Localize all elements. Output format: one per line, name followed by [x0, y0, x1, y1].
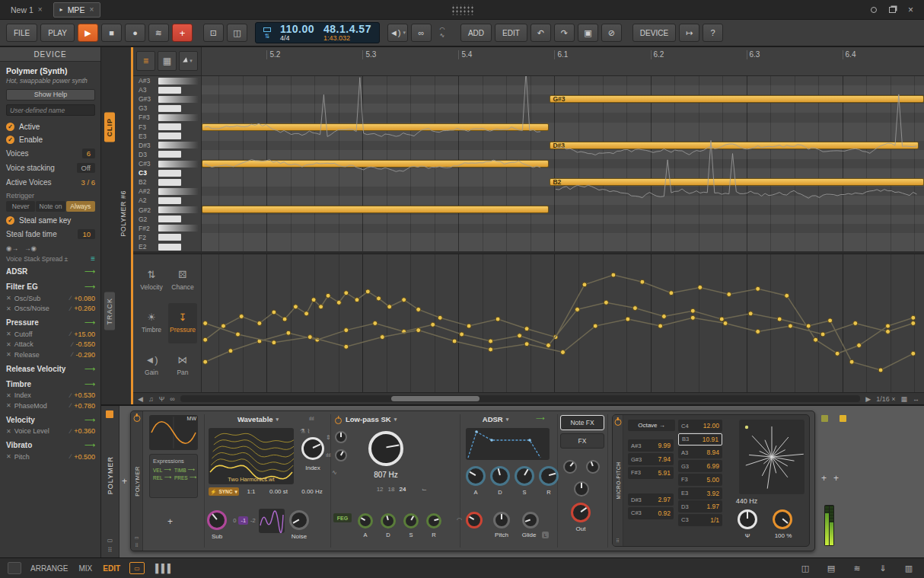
device-slot-swatch[interactable]	[821, 415, 828, 422]
mod-route-icon[interactable]: ⟶	[84, 441, 95, 449]
zoom-fit-icon[interactable]: ▦	[900, 395, 907, 403]
pressure-point[interactable]	[611, 273, 616, 277]
feg-knob-A[interactable]	[358, 513, 373, 529]
undo-button[interactable]: ↶	[531, 24, 551, 42]
pressure-point[interactable]	[518, 334, 522, 338]
pressure-point[interactable]	[373, 321, 378, 326]
note[interactable]	[202, 160, 549, 168]
grip-icon[interactable]: ⠿	[616, 538, 619, 543]
mixer-toggle-icon[interactable]: ▐▐▐	[154, 562, 169, 574]
pitch-cell[interactable]: C31/1	[678, 514, 722, 526]
pitch-value[interactable]: 0.92	[658, 509, 671, 517]
sub-knob[interactable]	[207, 510, 227, 530]
env-knob-A[interactable]	[466, 466, 486, 486]
mod-route-icon[interactable]: ⟶	[84, 416, 95, 424]
cancel-button[interactable]: ⊘	[601, 24, 622, 42]
remove-icon[interactable]: ✕	[6, 341, 11, 348]
feg-knob-S[interactable]	[403, 513, 419, 529]
feg-knob-R[interactable]	[426, 513, 441, 529]
detune-star-display[interactable]	[739, 420, 805, 494]
pitch-value[interactable]: 9.99	[658, 442, 671, 449]
mod-route-icon[interactable]: ⟶	[84, 365, 95, 373]
device-track-strip[interactable]: POLYMER ▭ ⠿	[101, 406, 119, 557]
mpe-icon[interactable]: Ψ	[734, 532, 760, 539]
fx-tab[interactable]: FX	[560, 433, 604, 449]
mod-amount-value[interactable]: +0.530	[74, 391, 95, 399]
play-button[interactable]: ▶	[78, 24, 98, 42]
pitch-cell[interactable]: A#39.99	[628, 439, 674, 452]
track-tab[interactable]: TRACK	[104, 292, 115, 331]
property-value[interactable]: 3 / 6	[81, 178, 96, 187]
check-icon[interactable]: ✓	[6, 136, 14, 144]
pressure-point[interactable]	[282, 317, 287, 321]
spread-knob[interactable]	[574, 481, 589, 497]
mod-amount-value[interactable]: +0.080	[74, 295, 95, 302]
pressure-point[interactable]	[828, 318, 833, 323]
ref-pitch-knob[interactable]	[738, 509, 757, 529]
status-icon[interactable]: ≋	[849, 562, 865, 574]
pressure-point[interactable]	[835, 351, 840, 356]
pressure-point[interactable]	[315, 337, 320, 342]
pressure-depth-knob[interactable]	[586, 460, 600, 474]
lfo-display[interactable]	[259, 509, 285, 533]
pitch-cell[interactable]: G36.99	[678, 460, 722, 472]
close-icon[interactable]: ×	[38, 5, 43, 14]
clip-tab[interactable]: CLIP	[104, 113, 115, 142]
filter-drive-knob[interactable]	[335, 431, 347, 443]
pressure-point[interactable]	[221, 324, 226, 328]
piano-key[interactable]: A#3	[133, 76, 201, 85]
pressure-point[interactable]	[853, 321, 858, 326]
retrigger-out-icon[interactable]: →◉	[24, 244, 37, 252]
view-button-arrange[interactable]: ARRANGE	[30, 564, 68, 573]
pitch-cell[interactable]: C#30.92	[628, 507, 674, 519]
index-knob[interactable]	[301, 437, 324, 460]
pressure-point[interactable]	[604, 300, 608, 305]
pressure-point[interactable]	[365, 289, 370, 294]
mod-amount-value[interactable]: +0.360	[74, 427, 95, 435]
glide-knob[interactable]	[522, 512, 539, 529]
pitch-value[interactable]: 5.91	[658, 469, 671, 477]
pitch-cell[interactable]: D#32.97	[628, 493, 674, 506]
redo-button[interactable]: ↷	[554, 24, 575, 42]
time-signature[interactable]: 4/4	[280, 34, 314, 42]
expressions-box[interactable]: Expressions VEL⟶TIMB⟶REL⟶PRES⟶	[149, 454, 198, 498]
retrigger-option[interactable]: Note on	[36, 201, 65, 212]
pressure-point[interactable]	[593, 324, 597, 328]
pressure-point[interactable]	[257, 321, 262, 326]
cutoff-knob[interactable]	[368, 431, 403, 466]
pressure-point[interactable]	[344, 291, 349, 295]
expression-button-pan[interactable]: ⋈Pan	[168, 346, 197, 386]
edit-menu-button[interactable]: EDIT	[495, 24, 527, 42]
forward-icon[interactable]: ▶	[865, 395, 871, 403]
remove-icon[interactable]: ✕	[6, 295, 11, 302]
pressure-point[interactable]	[416, 307, 421, 311]
grid-view-button[interactable]: ▦	[158, 51, 177, 71]
piano-key[interactable]: B2	[133, 177, 201, 187]
piano-key[interactable]: C3	[133, 168, 201, 177]
check-icon[interactable]: ✓	[6, 216, 14, 225]
note-fx-tab[interactable]: Note FX	[560, 415, 604, 430]
pressure-point[interactable]	[355, 298, 359, 302]
pressure-point[interactable]	[467, 324, 471, 328]
tempo-value[interactable]: 110.00	[280, 24, 314, 34]
polymer-device[interactable]: POLYMER ▭ ⠿	[130, 410, 815, 551]
expression-slot[interactable]: TIMB⟶	[174, 467, 196, 473]
pressure-point[interactable]	[203, 321, 208, 326]
pitch-knob[interactable]	[493, 512, 510, 529]
pressure-point[interactable]	[489, 339, 493, 343]
cutoff-value[interactable]: 807 Hz	[359, 471, 413, 479]
mod-slider-icon[interactable]: ∕	[72, 341, 72, 348]
pitch-value[interactable]: 12.00	[703, 422, 719, 430]
status-icon[interactable]: ▤	[824, 562, 839, 574]
pressure-point[interactable]	[814, 337, 818, 342]
feg-chip[interactable]: FEG	[333, 513, 352, 522]
pitch-cell[interactable]: G#37.94	[628, 453, 674, 465]
polymer-device-name[interactable]: POLYMER	[133, 466, 140, 497]
pressure-point[interactable]	[723, 321, 728, 326]
env-selector[interactable]: ADSR ▾	[469, 415, 522, 423]
pressure-point[interactable]	[489, 347, 493, 352]
retrigger-option[interactable]: Never	[6, 201, 35, 212]
wavetable-selector[interactable]: Wavetable ▾	[209, 415, 307, 423]
piano-key[interactable]: C#3	[133, 159, 201, 168]
pressure-point[interactable]	[524, 327, 529, 331]
